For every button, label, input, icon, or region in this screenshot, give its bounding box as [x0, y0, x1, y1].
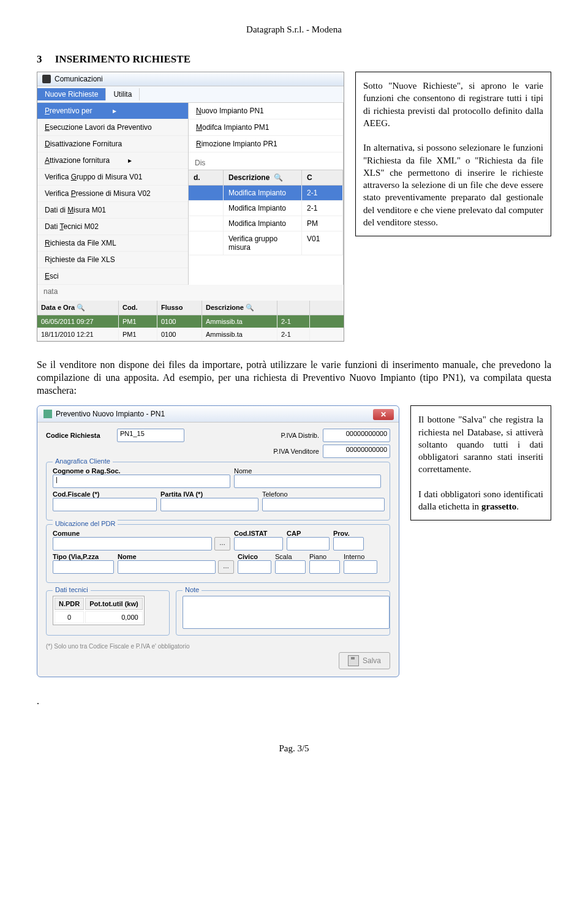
- col-c: C: [302, 170, 343, 185]
- frag-dis: Dis: [189, 156, 343, 170]
- dialog-titlebar: Preventivo Nuovo Impianto - PN1 ✕: [37, 406, 399, 423]
- menu-verifica-gruppo[interactable]: Verifica Gruppo di Misura V01: [37, 169, 188, 186]
- input-cognome[interactable]: |: [53, 475, 230, 488]
- menu-disattivazione[interactable]: Disattivazione Fornitura: [37, 136, 188, 152]
- lbl-istat: Cod.ISTAT: [234, 530, 283, 537]
- footnote: (*) Solo uno tra Codice Fiscale e P.IVA …: [46, 643, 390, 650]
- lookup-comune-button[interactable]: …: [214, 537, 230, 550]
- col-cod: Cod.: [119, 301, 157, 315]
- box2-p1: Il bottone "Salva" che registra la richi…: [418, 415, 543, 474]
- col-dataora: Data e Ora 🔍: [37, 301, 119, 315]
- lbl-piva-distrib: P.IVA Distrib.: [281, 432, 319, 439]
- input-civico[interactable]: [238, 560, 271, 574]
- disk-icon: [348, 655, 359, 666]
- screenshot-comunicazioni: Comunicazioni Nuove Richieste Utilita Pr…: [37, 72, 344, 342]
- textarea-note[interactable]: [183, 596, 390, 629]
- menu-verifica-pressione[interactable]: Verifica Pressione di Misura V02: [37, 186, 188, 202]
- menu-richiesta-xml[interactable]: Richiesta da File XML: [37, 235, 188, 252]
- grid-row[interactable]: Modifica Impianto2-1: [189, 201, 343, 216]
- lbl-cognome: Cognome o Rag.Soc.: [53, 467, 230, 475]
- grid-row[interactable]: Verifica gruppo misuraV01: [189, 231, 343, 255]
- col-flusso: Flusso: [157, 301, 202, 315]
- input-comune[interactable]: [53, 537, 212, 550]
- input-piva-venditore[interactable]: 00000000000: [323, 445, 390, 458]
- fieldset-anagrafica: Anagrafica Cliente Cognome o Rag.Soc. | …: [46, 462, 390, 520]
- lbl-nome2: Nome: [118, 553, 234, 560]
- app-icon: [42, 75, 51, 83]
- menu-dati-misura[interactable]: Dati di Misura M01: [37, 202, 188, 219]
- description-box-1: Sotto "Nuove Richieste", si aprono le va…: [355, 72, 551, 236]
- lbl-codfiscale: Cod.Fiscale (*): [53, 490, 157, 498]
- submenu: Nuovo Impianto PN1 Modifca Impianto PM1 …: [189, 103, 344, 285]
- menu-attivazione[interactable]: Attivazione fornitura ▸: [37, 152, 188, 169]
- menu-esci[interactable]: Esci: [37, 268, 188, 285]
- th-npdr: N.PDR: [55, 598, 84, 610]
- input-nome[interactable]: [234, 475, 381, 488]
- grid-header: d. Descrizione 🔍 C: [189, 170, 343, 186]
- menu-esecuzione-lavori[interactable]: Esecuzione Lavori da Preventivo: [37, 119, 188, 136]
- input-interno[interactable]: [344, 560, 377, 574]
- dialog-icon: [43, 410, 52, 418]
- lbl-nome: Nome: [234, 467, 383, 475]
- window-title: Comunicazioni: [55, 75, 103, 83]
- fieldset-ubicazione: Ubicazione del PDR Comune … Cod.ISTAT: [46, 524, 390, 583]
- legend-dati-tecnici: Dati tecnici: [53, 586, 91, 593]
- col-descrizione2: Descrizione 🔍: [202, 301, 277, 315]
- grid-row[interactable]: Modifica ImpiantoPM: [189, 216, 343, 231]
- legend-anagrafica: Anagrafica Cliente: [53, 457, 113, 465]
- fieldset-dati-tecnici: Dati tecnici N.PDR Pot.tot.util (kw) 0 0…: [46, 590, 170, 636]
- col-d: d.: [189, 170, 224, 185]
- menu-dati-tecnici[interactable]: Dati Tecnici M02: [37, 219, 188, 235]
- input-cap[interactable]: [287, 537, 330, 550]
- left-menu: Preventivo per ▸ Esecuzione Lavori da Pr…: [37, 103, 189, 285]
- bottom-row[interactable]: 06/05/2011 09:27 PM1 0100 Ammissib.ta 2-…: [37, 315, 344, 328]
- lbl-partitaiva: Partita IVA (*): [160, 490, 258, 498]
- window-titlebar: Comunicazioni: [37, 72, 344, 86]
- lbl-cap: CAP: [287, 530, 330, 537]
- input-istat[interactable]: [234, 537, 283, 550]
- input-codice-richiesta[interactable]: PN1_15: [117, 429, 184, 442]
- lbl-interno: Interno: [344, 553, 377, 560]
- input-partitaiva[interactable]: [160, 498, 258, 511]
- lbl-prov: Prov.: [333, 530, 364, 537]
- description-box-2: Il bottone "Salva" che registra la richi…: [410, 405, 551, 520]
- lbl-codice-richiesta: Codice Richiesta: [46, 432, 113, 439]
- lbl-telefono: Telefono: [262, 490, 385, 498]
- input-piano[interactable]: [309, 560, 340, 574]
- td-npdr[interactable]: 0: [55, 611, 84, 623]
- input-codfiscale[interactable]: [53, 498, 157, 511]
- save-button[interactable]: Salva: [339, 652, 390, 669]
- dialog-title: Preventivo Nuovo Impianto - PN1: [56, 410, 165, 418]
- tab-utilita[interactable]: Utilita: [106, 88, 140, 100]
- close-icon[interactable]: ✕: [373, 409, 394, 420]
- td-pot[interactable]: 0,000: [85, 611, 142, 623]
- section-number: 3: [37, 53, 42, 65]
- screenshot-dialog-pn1: Preventivo Nuovo Impianto - PN1 ✕ Codice…: [37, 405, 399, 677]
- input-scala[interactable]: [275, 560, 306, 574]
- tab-nuove-richieste[interactable]: Nuove Richieste: [37, 88, 106, 100]
- col-descrizione: Descrizione 🔍: [224, 170, 302, 185]
- input-tipo[interactable]: [53, 560, 114, 574]
- input-prov[interactable]: [333, 537, 364, 550]
- lbl-piano: Piano: [309, 553, 340, 560]
- submenu-nuovo-impianto[interactable]: Nuovo Impianto PN1: [189, 103, 343, 119]
- grid-row[interactable]: Modifica Impianto2-1: [189, 186, 343, 201]
- lbl-scala: Scala: [275, 553, 306, 560]
- menu-preventivo-per[interactable]: Preventivo per ▸: [37, 103, 188, 119]
- col-blank: [277, 301, 310, 315]
- bottom-row[interactable]: 18/11/2010 12:21 PM1 0100 Ammissib.ta 2-…: [37, 328, 344, 341]
- submenu-modifica-impianto[interactable]: Modifca Impianto PM1: [189, 119, 343, 136]
- lookup-nome-button[interactable]: …: [218, 560, 234, 574]
- bottom-grid: Data e Ora 🔍 Cod. Flusso Descrizione 🔍 0…: [37, 301, 344, 341]
- input-nome2[interactable]: [118, 560, 216, 574]
- input-telefono[interactable]: [262, 498, 385, 511]
- page-header: Datagraph S.r.l. - Modena: [37, 24, 551, 35]
- save-label: Salva: [363, 656, 381, 665]
- table-dati-tecnici: N.PDR Pot.tot.util (kw) 0 0,000: [53, 596, 145, 625]
- th-pot: Pot.tot.util (kw): [85, 598, 142, 610]
- section-title: 3 INSERIMENTO RICHIESTE: [37, 53, 551, 66]
- input-piva-distrib[interactable]: 00000000000: [323, 429, 390, 442]
- menu-richieste-xls[interactable]: Richieste da File XLS: [37, 252, 188, 268]
- legend-note: Note: [183, 586, 202, 593]
- submenu-rimozione-impianto[interactable]: Rimozione Impianto PR1: [189, 136, 343, 152]
